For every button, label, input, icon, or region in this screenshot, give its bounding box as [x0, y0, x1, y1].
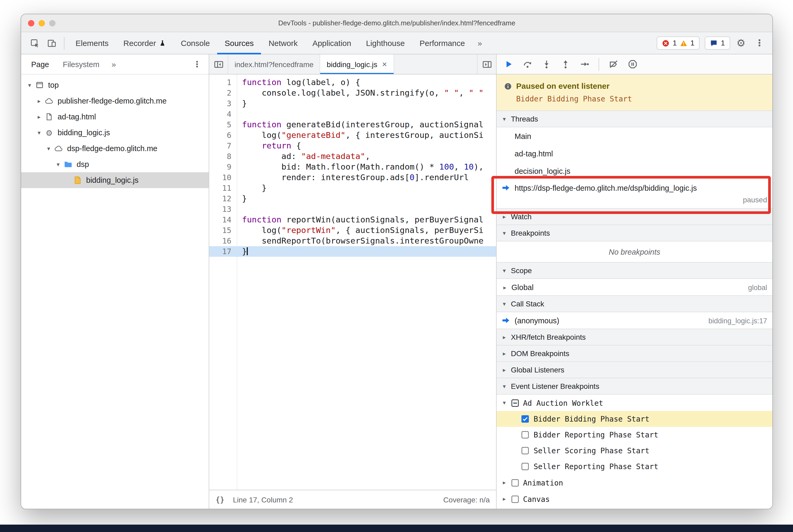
tab-console[interactable]: Console: [173, 32, 217, 54]
line-number[interactable]: 6: [209, 130, 237, 140]
collapsed-arrow-icon[interactable]: ▸: [35, 97, 43, 104]
section-call-stack[interactable]: ▾Call Stack: [497, 295, 772, 312]
breakpoint-seller-reporting-phase-start[interactable]: Seller Reporting Phase Start: [497, 459, 772, 474]
navigator-tab-filesystem[interactable]: Filesystem: [56, 54, 107, 74]
step-button[interactable]: [576, 56, 593, 72]
section-event-listener-breakpoints[interactable]: ▾Event Listener Breakpoints: [497, 378, 772, 395]
code-token: [242, 141, 262, 151]
pretty-print-button[interactable]: {}: [215, 495, 225, 504]
resume-button[interactable]: [500, 56, 517, 72]
code-token: " ": [444, 88, 459, 98]
breakpoint-group-animation[interactable]: ▸Animation: [497, 474, 772, 491]
line-number[interactable]: 12: [209, 193, 237, 204]
section-dom-breakpoints[interactable]: ▸DOM Breakpoints: [497, 345, 772, 362]
close-tab-icon[interactable]: ×: [382, 59, 387, 69]
tree-item-ad-tag-html[interactable]: ▸ad-tag.html: [21, 109, 209, 125]
tab-network[interactable]: Network: [261, 32, 305, 54]
step-over-button[interactable]: [519, 56, 536, 72]
step-out-button[interactable]: [557, 56, 574, 72]
line-number[interactable]: 5: [209, 119, 237, 130]
tree-item-top[interactable]: ▾top: [21, 77, 209, 93]
tree-item-bidding-logic-js[interactable]: bidding_logic.js: [21, 172, 209, 188]
line-number[interactable]: 15: [209, 225, 237, 235]
section-breakpoints[interactable]: ▾Breakpoints: [497, 225, 772, 242]
line-number[interactable]: 11: [209, 183, 237, 193]
scope-row-global[interactable]: ▸Globalglobal: [497, 279, 772, 296]
navigator-menu-button[interactable]: ⋮: [189, 59, 206, 69]
call-stack-frame[interactable]: (anonymous)bidding_logic.js:17: [497, 312, 772, 329]
line-number[interactable]: 8: [209, 151, 237, 162]
line-number[interactable]: 1: [209, 77, 237, 88]
breakpoint-seller-scoring-phase-start[interactable]: Seller Scoring Phase Start: [497, 443, 772, 459]
tree-item-publisher-fledge-demo-glitch-me[interactable]: ▸publisher-fledge-demo.glitch.me: [21, 93, 209, 109]
navigator-tab-page[interactable]: Page: [24, 54, 56, 74]
zoom-window-button[interactable]: [49, 20, 55, 26]
thread-row[interactable]: ad-tag.html: [497, 145, 772, 162]
section-xhr-fetch-breakpoints[interactable]: ▸XHR/fetch Breakpoints: [497, 329, 772, 345]
close-window-button[interactable]: [28, 20, 34, 26]
thread-row[interactable]: decision_logic.js: [497, 162, 772, 179]
breakpoint-label: Seller Reporting Phase Start: [534, 462, 658, 471]
tab-sources[interactable]: Sources: [218, 32, 261, 54]
deactivate-breakpoints-button[interactable]: [605, 56, 622, 72]
tab-elements[interactable]: Elements: [68, 32, 116, 54]
breakpoint-group-canvas[interactable]: ▸Canvas: [497, 491, 772, 507]
thread-row[interactable]: Main: [497, 127, 772, 145]
tab-performance[interactable]: Performance: [412, 32, 472, 54]
section-watch[interactable]: ▸Watch: [497, 208, 772, 225]
expanded-arrow-icon[interactable]: ▾: [44, 145, 53, 152]
section-global-listeners[interactable]: ▸Global Listeners: [497, 361, 772, 378]
line-number[interactable]: 13: [209, 204, 237, 214]
tab-lighthouse[interactable]: Lighthouse: [358, 32, 412, 54]
info-icon: [504, 82, 512, 90]
issues-badge[interactable]: 1: [705, 36, 730, 50]
step-into-button[interactable]: [538, 56, 555, 72]
line-number[interactable]: 16: [209, 235, 237, 246]
tree-item-bidding-logic-js[interactable]: ▾⚙bidding_logic.js: [21, 125, 209, 140]
breakpoint-bidder-bidding-phase-start[interactable]: Bidder Bidding Phase Start: [497, 411, 772, 427]
tab-recorder[interactable]: Recorder: [116, 32, 173, 54]
collapsed-arrow-icon[interactable]: ▸: [35, 113, 43, 120]
more-navigator-tabs-button[interactable]: »: [106, 60, 121, 69]
devtools-menu-button[interactable]: ⋮: [752, 38, 767, 49]
minimize-window-button[interactable]: [39, 20, 45, 26]
line-number[interactable]: 4: [209, 109, 237, 119]
line-number[interactable]: 2: [209, 88, 237, 98]
code-text: }: [237, 246, 248, 257]
tab-application[interactable]: Application: [305, 32, 359, 54]
line-number[interactable]: 14: [209, 214, 237, 225]
tree-item-dsp-fledge-demo-glitch-me[interactable]: ▾dsp-fledge-demo.glitch.me: [21, 140, 209, 156]
inspect-element-button[interactable]: [26, 35, 43, 52]
thread-row-paused[interactable]: https://dsp-fledge-demo.glitch.me/dsp/bi…: [497, 179, 772, 209]
section-threads[interactable]: ▾Threads: [497, 110, 772, 127]
expanded-arrow-icon[interactable]: ▾: [35, 129, 43, 136]
code-token: }: [242, 99, 247, 108]
editor-tab-bidding-logic-js[interactable]: bidding_logic.js×: [320, 54, 394, 74]
line-number[interactable]: 9: [209, 162, 237, 172]
line-number[interactable]: 10: [209, 172, 237, 183]
expanded-arrow-icon[interactable]: ▾: [25, 82, 34, 89]
console-messages-badge[interactable]: 1 1: [657, 36, 700, 50]
scope-type: global: [748, 283, 767, 291]
code-token: , { auctionSignals, perBuyerSi: [336, 226, 484, 235]
device-toolbar-button[interactable]: [43, 35, 60, 52]
line-number[interactable]: 7: [209, 140, 237, 151]
execution-line: 17}: [209, 246, 496, 257]
pause-on-exceptions-button[interactable]: [624, 56, 641, 72]
line-number[interactable]: 3: [209, 98, 237, 109]
section-scope[interactable]: ▾Scope: [497, 262, 772, 279]
expanded-arrow-icon[interactable]: ▾: [54, 161, 62, 168]
settings-gear-icon[interactable]: ⚙: [735, 37, 747, 49]
line-number[interactable]: 17: [209, 246, 237, 257]
tree-item-dsp[interactable]: ▾dsp: [21, 156, 209, 172]
coverage-label: Coverage: n/a: [443, 495, 490, 504]
toggle-debugger-sidebar-button[interactable]: [477, 54, 496, 74]
code-editor[interactable]: 1function log(label, o) {2 console.log(l…: [209, 75, 496, 490]
no-breakpoints-message: No breakpoints: [497, 242, 772, 263]
toggle-navigator-button[interactable]: [209, 54, 228, 74]
more-panels-button[interactable]: »: [472, 39, 487, 48]
breakpoint-group-ad-auction-worklet[interactable]: ▾Ad Auction Worklet: [497, 395, 772, 411]
editor-tab-index-html-fencedframe[interactable]: index.html?fencedframe: [228, 54, 320, 74]
deactivate-breakpoints-icon: [609, 60, 618, 69]
breakpoint-bidder-reporting-phase-start[interactable]: Bidder Reporting Phase Start: [497, 427, 772, 443]
